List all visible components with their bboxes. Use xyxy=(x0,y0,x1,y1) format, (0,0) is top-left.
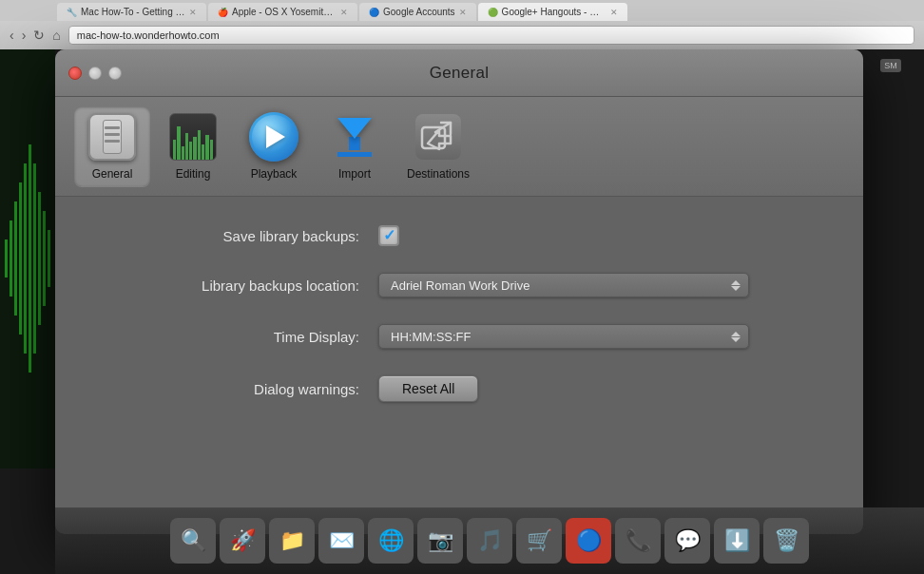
dock-item-facetime[interactable]: 📷 xyxy=(417,518,463,564)
dock-item-messages[interactable]: 💬 xyxy=(664,518,710,564)
tab-close-icon[interactable]: ✕ xyxy=(189,8,197,17)
reset-all-button[interactable]: Reset All xyxy=(378,375,478,402)
dock-item-phone[interactable]: 📞 xyxy=(615,518,661,564)
dock-item-trash[interactable]: 🗑️ xyxy=(763,518,809,564)
dock-item-chrome[interactable]: 🔵 xyxy=(566,518,611,564)
checkmark-icon: ✓ xyxy=(383,228,395,243)
title-bar: General xyxy=(55,49,863,97)
playback-label: Playback xyxy=(251,167,298,181)
svg-rect-5 xyxy=(24,163,27,354)
time-display-row: Time Display: HH:MM:SS:FF xyxy=(112,324,806,349)
toolbar-item-editing[interactable]: Editing xyxy=(155,106,231,186)
dialog-warnings-label: Dialog warnings: xyxy=(112,381,359,397)
browser-chrome: 🔧 Mac How-To - Getting th... ✕ 🍎 Apple -… xyxy=(0,0,924,49)
browser-tab-2[interactable]: 🍎 Apple - OS X Yosemite -... ✕ xyxy=(208,3,357,21)
browser-tab-4[interactable]: 🟢 Google+ Hangouts - Goo... ✕ xyxy=(478,3,627,21)
toolbar-item-general[interactable]: General xyxy=(74,106,150,186)
minimize-button[interactable] xyxy=(88,67,102,80)
forward-button[interactable]: › xyxy=(22,28,27,43)
time-display-dropdown[interactable]: HH:MM:SS:FF xyxy=(378,324,749,349)
destinations-icon xyxy=(414,112,463,162)
tab-close-icon[interactable]: ✕ xyxy=(340,8,348,17)
general-label: General xyxy=(92,167,133,181)
import-label: Import xyxy=(338,167,371,181)
svg-rect-9 xyxy=(43,211,46,306)
dock-item-finder[interactable]: 🔍 xyxy=(170,518,216,564)
dialog-title: General xyxy=(430,64,490,83)
tab-close-icon[interactable]: ✕ xyxy=(459,8,467,17)
toolbar-item-destinations[interactable]: Destinations xyxy=(397,106,479,186)
import-icon xyxy=(330,112,379,162)
window-controls xyxy=(68,67,122,80)
svg-rect-0 xyxy=(0,49,55,469)
dock-item-folder[interactable]: 📁 xyxy=(269,518,315,564)
save-backups-checkbox[interactable]: ✓ xyxy=(378,225,399,246)
save-backups-label: Save library backups: xyxy=(112,228,359,244)
time-display-label: Time Display: xyxy=(112,329,359,345)
refresh-button[interactable]: ↻ xyxy=(33,28,45,43)
sm-badge: SM xyxy=(880,59,901,72)
waveform-sidebar xyxy=(0,49,55,469)
save-backups-row: Save library backups: ✓ xyxy=(112,225,806,246)
playback-icon xyxy=(249,112,298,162)
editing-icon xyxy=(168,112,218,162)
general-icon xyxy=(87,112,137,162)
backups-location-row: Library backups location: Adriel Roman W… xyxy=(112,273,806,297)
browser-tab-1[interactable]: 🔧 Mac How-To - Getting th... ✕ xyxy=(57,3,206,21)
dropdown-arrows-icon xyxy=(731,280,741,291)
preferences-dialog: General General xyxy=(55,49,863,534)
editing-label: Editing xyxy=(176,167,211,181)
dock-item-music[interactable]: 🎵 xyxy=(467,518,512,564)
right-panel: SM xyxy=(857,49,924,469)
toolbar-item-import[interactable]: Import xyxy=(317,106,393,186)
svg-rect-6 xyxy=(29,144,31,373)
dropdown-arrows-icon xyxy=(731,332,741,342)
tab-close-icon[interactable]: ✕ xyxy=(610,8,618,17)
browser-tabs: 🔧 Mac How-To - Getting th... ✕ 🍎 Apple -… xyxy=(0,0,924,21)
dialog-warnings-row: Dialog warnings: Reset All xyxy=(112,375,806,402)
dock-item-launchpad[interactable]: 🚀 xyxy=(220,518,265,564)
dock-item-appstore[interactable]: 🛒 xyxy=(516,518,562,564)
time-display-value: HH:MM:SS:FF xyxy=(391,330,472,344)
svg-rect-3 xyxy=(14,201,17,316)
backups-location-label: Library backups location: xyxy=(112,277,359,294)
svg-rect-8 xyxy=(38,192,41,325)
dock: 🔍 🚀 📁 ✉️ 🌐 📷 🎵 🛒 🔵 📞 💬 ⬇️ 🗑️ xyxy=(55,507,924,574)
browser-tab-3[interactable]: 🔵 Google Accounts ✕ xyxy=(359,3,476,21)
destinations-label: Destinations xyxy=(407,167,470,181)
home-button[interactable]: ⌂ xyxy=(52,28,60,43)
close-button[interactable] xyxy=(68,67,82,80)
backups-location-value: Adriel Roman Work Drive xyxy=(391,278,529,293)
preferences-content: Save library backups: ✓ Library backups … xyxy=(55,197,863,457)
maximize-button[interactable] xyxy=(108,67,122,80)
svg-rect-2 xyxy=(10,220,12,297)
dock-item-downloads[interactable]: ⬇️ xyxy=(714,518,760,564)
browser-toolbar: ‹ › ↻ ⌂ mac-how-to.wonderhowto.com xyxy=(0,21,924,49)
svg-rect-4 xyxy=(19,182,22,335)
svg-rect-7 xyxy=(33,163,36,354)
toolbar-item-playback[interactable]: Playback xyxy=(236,106,312,186)
svg-rect-1 xyxy=(5,239,8,277)
dock-item-safari[interactable]: 🌐 xyxy=(368,518,414,564)
back-button[interactable]: ‹ xyxy=(10,28,14,43)
backups-location-dropdown[interactable]: Adriel Roman Work Drive xyxy=(378,273,749,297)
preferences-toolbar: General xyxy=(55,97,863,197)
dock-item-mail[interactable]: ✉️ xyxy=(318,518,364,564)
url-bar[interactable]: mac-how-to.wonderhowto.com xyxy=(68,26,914,45)
svg-rect-10 xyxy=(48,230,50,287)
